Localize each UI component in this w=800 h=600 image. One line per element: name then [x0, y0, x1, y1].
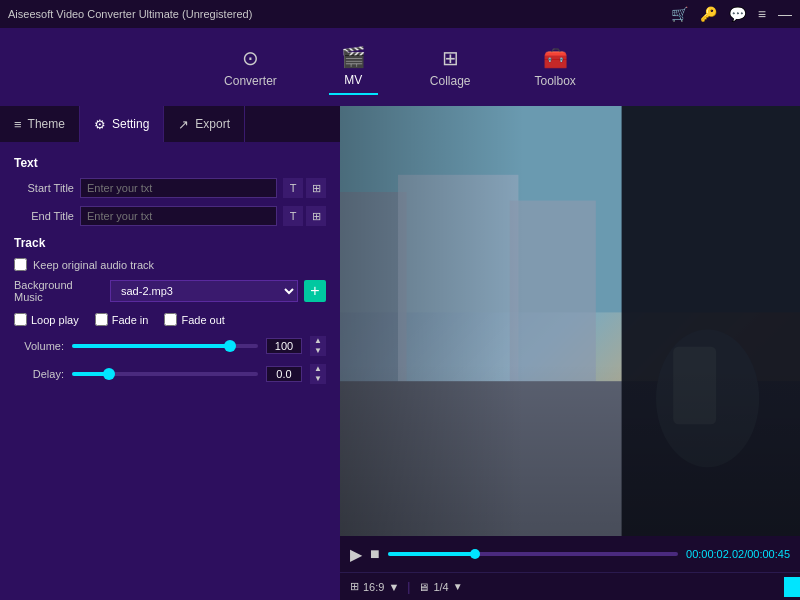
main-content: ≡ Theme ⚙ Setting ↗ Export Text Start Ti…: [0, 106, 800, 600]
video-bg: [340, 106, 800, 536]
right-panel: ▶ ■ 00:00:02.02/00:00:45 ⊞ 16:9 ▼ | 🖥 1/…: [340, 106, 800, 600]
progress-thumb: [470, 549, 480, 559]
nav-collage-label: Collage: [430, 74, 471, 88]
loop-play-option: Loop play: [14, 313, 79, 326]
tab-export[interactable]: ↗ Export: [164, 106, 245, 142]
end-title-input[interactable]: [80, 206, 277, 226]
end-title-row: End Title T ⊞: [14, 206, 326, 226]
video-controls-bar: ▶ ■ 00:00:02.02/00:00:45: [340, 536, 800, 572]
converter-icon: ⊙: [242, 46, 259, 70]
start-title-input[interactable]: [80, 178, 277, 198]
delay-value[interactable]: 0.0: [266, 366, 302, 382]
panel-tabs: ≡ Theme ⚙ Setting ↗ Export: [0, 106, 340, 142]
theme-icon: ≡: [14, 117, 22, 132]
start-title-grid-btn[interactable]: ⊞: [306, 178, 326, 198]
volume-down-btn[interactable]: ▼: [310, 346, 326, 356]
volume-up-btn[interactable]: ▲: [310, 336, 326, 346]
track-section: Track Keep original audio track Backgrou…: [14, 236, 326, 384]
keep-original-row: Keep original audio track: [14, 258, 326, 271]
volume-row: Volume: 100 ▲ ▼: [14, 336, 326, 356]
left-panel: ≡ Theme ⚙ Setting ↗ Export Text Start Ti…: [0, 106, 340, 600]
key-icon[interactable]: 🔑: [700, 6, 717, 22]
chat-icon[interactable]: 💬: [729, 6, 746, 22]
delay-up-btn[interactable]: ▲: [310, 364, 326, 374]
end-title-icons: T ⊞: [283, 206, 326, 226]
ratio-label: 16:9: [363, 581, 384, 593]
fade-in-label: Fade in: [112, 314, 149, 326]
play-icon: ▶: [350, 545, 362, 564]
keep-original-checkbox[interactable]: [14, 258, 27, 271]
page-dropdown[interactable]: ▼: [453, 581, 463, 592]
end-title-label: End Title: [14, 210, 74, 222]
volume-slider[interactable]: [72, 344, 258, 348]
bg-music-row: Background Music sad-2.mp3 +: [14, 279, 326, 303]
ratio-dropdown-icon: ▼: [388, 581, 399, 593]
setting-icon: ⚙: [94, 117, 106, 132]
options-row: Loop play Fade in Fade out: [14, 313, 326, 326]
fade-in-option: Fade in: [95, 313, 149, 326]
stop-button[interactable]: ■: [370, 545, 380, 563]
nav-mv[interactable]: 🎬 MV: [329, 39, 378, 95]
tab-theme-label: Theme: [28, 117, 65, 131]
delay-row: Delay: 0.0 ▲ ▼: [14, 364, 326, 384]
text-section-title: Text: [14, 156, 326, 170]
start-title-text-btn[interactable]: T: [283, 178, 303, 198]
loop-play-checkbox[interactable]: [14, 313, 27, 326]
page-info: 1/4: [433, 581, 448, 593]
video-overlay: [340, 106, 800, 536]
video-preview: [340, 106, 800, 536]
ratio-icon: ⊞: [350, 580, 359, 593]
page-indicator: 🖥 1/4 ▼: [418, 581, 462, 593]
minimize-icon[interactable]: —: [778, 6, 792, 22]
tab-setting-label: Setting: [112, 117, 149, 131]
track-section-title: Track: [14, 236, 326, 250]
nav-converter[interactable]: ⊙ Converter: [212, 40, 289, 94]
app-title: Aiseesoft Video Converter Ultimate (Unre…: [8, 8, 252, 20]
tab-export-label: Export: [195, 117, 230, 131]
delay-label: Delay:: [14, 368, 64, 380]
toolbox-icon: 🧰: [543, 46, 568, 70]
window-controls: 🛒 🔑 💬 ≡ —: [671, 6, 792, 22]
cart-icon[interactable]: 🛒: [671, 6, 688, 22]
keep-original-label: Keep original audio track: [33, 259, 154, 271]
loop-play-label: Loop play: [31, 314, 79, 326]
bg-music-label: Background Music: [14, 279, 104, 303]
nav-bar: ⊙ Converter 🎬 MV ⊞ Collage 🧰 Toolbox: [0, 28, 800, 106]
stop-icon: ■: [370, 545, 380, 563]
start-title-label: Start Title: [14, 182, 74, 194]
start-title-row: Start Title T ⊞: [14, 178, 326, 198]
fade-out-checkbox[interactable]: [164, 313, 177, 326]
play-button[interactable]: ▶: [350, 545, 362, 564]
add-music-button[interactable]: +: [304, 280, 326, 302]
volume-value[interactable]: 100: [266, 338, 302, 354]
fade-in-checkbox[interactable]: [95, 313, 108, 326]
nav-toolbox[interactable]: 🧰 Toolbox: [523, 40, 588, 94]
panel-content: Text Start Title T ⊞ End Title T ⊞: [0, 142, 340, 600]
mv-icon: 🎬: [341, 45, 366, 69]
ratio-select[interactable]: ⊞ 16:9 ▼: [350, 580, 399, 593]
tab-theme[interactable]: ≡ Theme: [0, 106, 80, 142]
fade-out-option: Fade out: [164, 313, 224, 326]
end-title-text-btn[interactable]: T: [283, 206, 303, 226]
time-display: 00:00:02.02/00:00:45: [686, 548, 790, 560]
nav-collage[interactable]: ⊞ Collage: [418, 40, 483, 94]
bg-music-select[interactable]: sad-2.mp3: [110, 280, 298, 302]
ratio-divider: |: [407, 580, 410, 594]
menu-icon[interactable]: ≡: [758, 6, 766, 22]
delay-spin: ▲ ▼: [310, 364, 326, 384]
end-title-grid-btn[interactable]: ⊞: [306, 206, 326, 226]
monitor-icon: 🖥: [418, 581, 429, 593]
tab-setting[interactable]: ⚙ Setting: [80, 106, 164, 142]
delay-down-btn[interactable]: ▼: [310, 374, 326, 384]
export-icon: ↗: [178, 117, 189, 132]
nav-mv-label: MV: [344, 73, 362, 87]
delay-slider[interactable]: [72, 372, 258, 376]
title-bar: Aiseesoft Video Converter Ultimate (Unre…: [0, 0, 800, 28]
progress-fill: [388, 552, 475, 556]
start-title-icons: T ⊞: [283, 178, 326, 198]
collage-icon: ⊞: [442, 46, 459, 70]
progress-bar[interactable]: [388, 552, 678, 556]
fade-out-label: Fade out: [181, 314, 224, 326]
nav-converter-label: Converter: [224, 74, 277, 88]
volume-spin: ▲ ▼: [310, 336, 326, 356]
